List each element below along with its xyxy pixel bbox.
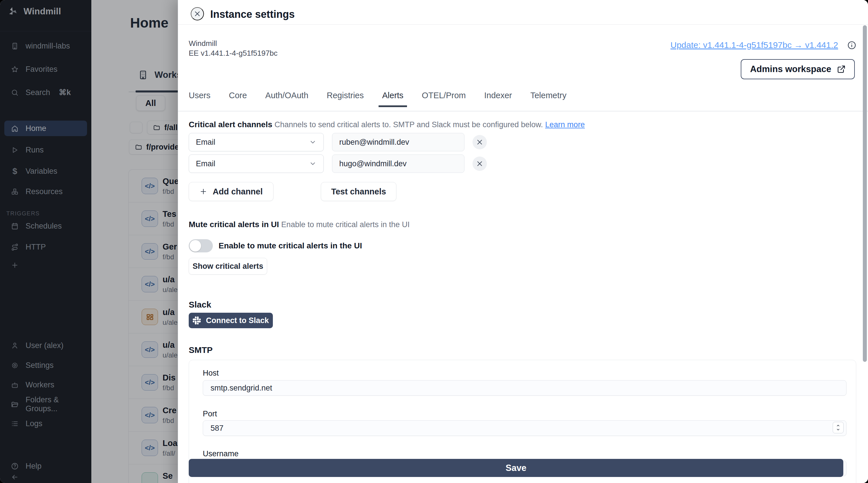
channel-type-value: Email — [196, 159, 215, 168]
tab-users[interactable]: Users — [185, 91, 214, 107]
critical-alerts-description: Channels to send critical alerts to. SMT… — [275, 120, 543, 129]
close-button[interactable] — [191, 7, 204, 21]
tabs-divider — [178, 111, 868, 111]
mute-toggle[interactable] — [189, 239, 213, 252]
slack-heading: Slack — [189, 300, 211, 310]
close-icon — [194, 10, 201, 17]
close-icon — [476, 160, 483, 167]
critical-alerts-title: Critical alert channels — [189, 120, 272, 129]
save-button-label: Save — [505, 463, 526, 473]
channel-type-select[interactable]: Email — [189, 133, 324, 151]
add-channel-label: Add channel — [213, 187, 262, 196]
port-stepper[interactable] — [833, 422, 844, 433]
settings-tabs: Users Core Auth/OAuth Registries Alerts … — [185, 91, 570, 107]
admins-workspace-button[interactable]: Admins workspace — [741, 59, 855, 79]
chevron-down-icon — [309, 138, 316, 146]
plus-icon — [199, 188, 207, 196]
port-label: Port — [203, 410, 217, 418]
remove-channel-button[interactable] — [472, 135, 487, 149]
toggle-knob — [190, 240, 201, 252]
connect-to-slack-button[interactable]: Connect to Slack — [189, 313, 273, 328]
smtp-host-input[interactable] — [203, 380, 846, 396]
header-divider — [178, 24, 868, 25]
mute-title: Mute critical alerts in UI — [189, 220, 279, 229]
tab-registries[interactable]: Registries — [323, 91, 367, 107]
info-icon[interactable] — [847, 40, 857, 50]
smtp-port-input[interactable] — [203, 420, 846, 436]
version-label: EE v1.441.1-4-g51f5197bc — [189, 48, 277, 58]
tab-core[interactable]: Core — [225, 91, 250, 107]
show-critical-alerts-label: Show critical alerts — [192, 262, 263, 271]
chevron-down-icon — [309, 160, 316, 167]
show-critical-alerts-button[interactable]: Show critical alerts — [189, 258, 267, 275]
app-window: Windmill windmill-labs Favorites Search … — [0, 0, 868, 483]
instance-settings-panel: Instance settings Windmill EE v1.441.1-4… — [178, 0, 868, 483]
host-label: Host — [203, 369, 219, 378]
test-channels-button[interactable]: Test channels — [321, 182, 396, 201]
critical-alerts-heading: Critical alert channels Channels to send… — [189, 120, 585, 129]
channel-email-input[interactable] — [332, 133, 464, 151]
remove-channel-button[interactable] — [472, 157, 487, 171]
close-icon — [476, 139, 483, 146]
username-label: Username — [203, 449, 239, 458]
channel-type-select[interactable]: Email — [189, 155, 324, 173]
tab-telemetry[interactable]: Telemetry — [527, 91, 570, 107]
update-link[interactable]: Update: v1.441.1-4-g51f5197bc → v1.441.2 — [671, 40, 838, 50]
mute-toggle-label: Enable to mute critical alerts in the UI — [219, 241, 362, 250]
instance-meta: Windmill EE v1.441.1-4-g51f5197bc — [189, 38, 277, 58]
tab-auth-oauth[interactable]: Auth/OAuth — [262, 91, 312, 107]
external-link-icon — [837, 65, 846, 73]
smtp-heading: SMTP — [189, 345, 213, 355]
save-button[interactable]: Save — [189, 459, 843, 477]
tab-otel-prom[interactable]: OTEL/Prom — [418, 91, 469, 107]
panel-scrollbar[interactable] — [863, 25, 867, 362]
tab-indexer[interactable]: Indexer — [481, 91, 516, 107]
chevron-up-icon — [836, 424, 840, 427]
connect-to-slack-label: Connect to Slack — [206, 316, 269, 325]
add-channel-button[interactable]: Add channel — [189, 182, 273, 201]
mute-heading: Mute critical alerts in UI Enable to mut… — [189, 220, 410, 229]
panel-title: Instance settings — [210, 8, 295, 21]
tab-alerts[interactable]: Alerts — [378, 91, 407, 107]
mute-description: Enable to mute critical alerts in the UI — [281, 220, 410, 229]
slack-icon — [193, 317, 201, 324]
learn-more-link[interactable]: Learn more — [545, 120, 585, 129]
test-channels-label: Test channels — [331, 187, 386, 196]
product-name: Windmill — [189, 38, 277, 48]
channel-type-value: Email — [196, 138, 215, 147]
chevron-down-icon — [836, 427, 840, 431]
mute-toggle-row: Enable to mute critical alerts in the UI — [189, 239, 362, 252]
admins-workspace-label: Admins workspace — [750, 64, 831, 74]
channel-email-input[interactable] — [332, 155, 464, 173]
